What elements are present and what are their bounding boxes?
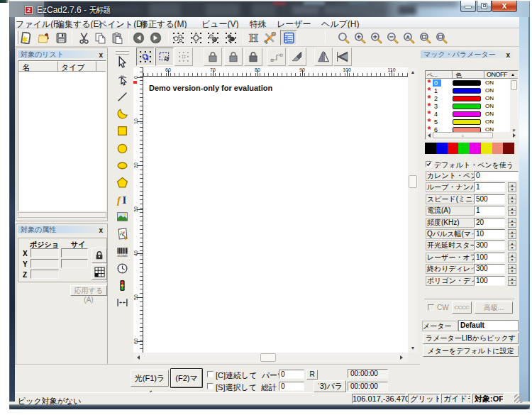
svg-text:I: I: [123, 194, 127, 206]
svg-text:012345: 012345: [117, 254, 128, 258]
svg-text:H: H: [249, 32, 258, 44]
svg-text:f: f: [117, 194, 122, 206]
